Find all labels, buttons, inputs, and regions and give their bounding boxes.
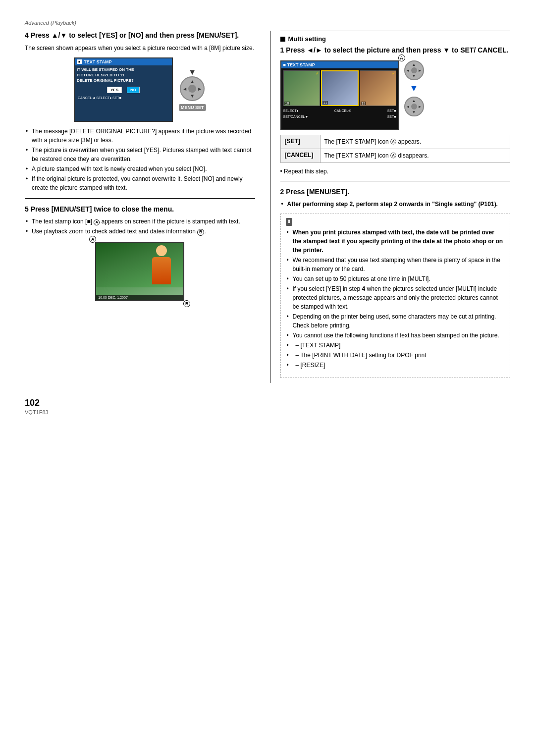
dpad-up: ▲ [190, 79, 195, 84]
step4-bullet-1: The message [DELETE ORIGINAL PICTURE?] a… [25, 127, 255, 145]
dpad: ▲ ▼ ◄ ► [180, 76, 205, 101]
multi-screen-pos: A ■ TEXT STAMP 10 ✓ [280, 60, 399, 130]
step2-section: 2 Press [MENU/SET]. After performing ste… [280, 187, 511, 209]
multi-cancel-label: CANCEL⑤ [334, 109, 351, 113]
page-footer: 102 VQT1F83 [25, 398, 510, 415]
set-key: [SET] [280, 135, 320, 149]
step1-num: 1 [280, 46, 284, 54]
dpad-down: ▼ [190, 93, 195, 99]
circle-a-icon: A [94, 219, 100, 225]
step5-bullet-list: The text stamp icon [■] A appears on scr… [25, 217, 255, 236]
note-bullet-9: – [RESIZE] [286, 361, 505, 370]
mini-photo-1: 10 ✓ [283, 70, 320, 106]
step5-bullet-1: The text stamp icon [■] A appears on scr… [25, 217, 255, 226]
step4-screen-container: ■ TEXT STAMP IT WILL BE STAMPED ON THE P… [25, 57, 255, 122]
step4-bullet-4: If the original picture is protected, yo… [25, 174, 255, 192]
note-bullet-3: You can set up to 50 pictures at one tim… [286, 274, 505, 283]
step4-bullet-list: The message [DELETE ORIGINAL PICTURE?] a… [25, 127, 255, 192]
note-bullets: When you print pictures stamped with tex… [286, 228, 505, 370]
multi-screen-title: ■ TEXT STAMP [283, 62, 315, 67]
sdpad2-right: ► [418, 104, 422, 108]
photo-bg [96, 243, 183, 287]
step1-heading: 1 Press ◄/► to select the picture and th… [280, 46, 511, 55]
person-figure [152, 245, 171, 284]
step2-num: 2 [280, 188, 284, 196]
mini-photo-check-1: ✓ [316, 71, 319, 76]
note-icon-row: ﾛ [286, 218, 505, 226]
sdpad2-down: ▼ [412, 110, 416, 114]
small-dpad-top: ▲ ▼ ◄ ► [404, 60, 424, 80]
screen-top-label: TEXT STAMP [84, 59, 111, 64]
sdpad-up: ▲ [412, 62, 416, 67]
divider1 [25, 198, 255, 199]
note-bullet-6: You cannot use the following functions i… [286, 331, 505, 340]
multi-screen-top: ■ TEXT STAMP [281, 61, 398, 68]
step5-photo: ■ 1/6 100-0001 10:00 DEC. 1 [95, 242, 184, 301]
screen-content-text: IT WILL BE STAMPED ON THE PICTURE RESIZE… [75, 65, 172, 85]
sdpad2-left: ◄ [406, 104, 410, 108]
multi-set-label: SET■ [387, 109, 396, 113]
btn-no: NO [127, 87, 140, 93]
multi-screen-bottom1: SELECT♦ CANCEL⑤ SET■ [281, 108, 398, 114]
note-bullet-8: – The [PRINT WITH DATE] setting for DPOF… [286, 351, 505, 360]
person-body [152, 257, 171, 284]
menu-set-btn: MENU SET [179, 104, 206, 111]
multi-dpad-container: ▲ ▼ ◄ ► ▼ ▲ ▼ ◄ ► [404, 60, 424, 116]
cancel-key: [CANCEL] [280, 149, 320, 162]
screen-top-bar: ■ TEXT STAMP [75, 58, 172, 65]
step4-screen: ■ TEXT STAMP IT WILL BE STAMPED ON THE P… [74, 57, 173, 122]
multi-screen-bottom2: SET/CANCEL▼ SET■ [281, 114, 398, 119]
two-col-layout: 4 Press ▲/▼ to select [YES] or [NO] and … [25, 31, 510, 383]
repeat-note: • Repeat this step. [280, 168, 511, 175]
mini-photo-check-3: ✓ [392, 71, 395, 76]
circle-b-icon: B [197, 229, 204, 236]
multi-screen-photos: 10 ✓ 11 12 ✓ [281, 68, 398, 108]
dpad-right: ► [197, 86, 202, 91]
multi-screen-wrap: A ■ TEXT STAMP 10 ✓ [280, 60, 399, 130]
note-bullet-5: Depending on the printer being used, som… [286, 312, 505, 330]
multi-setting-header: Multi setting [280, 31, 511, 43]
step2-bullet-1: After performing step 2, perform step 2 … [280, 200, 511, 209]
photo-label-b: B [183, 300, 190, 307]
cancel-value: The [TEXT STAMP] icon Ⓐ disappears. [320, 149, 510, 162]
page-number: 102 [25, 398, 510, 408]
table-row-set: [SET] The [TEXT STAMP] icon Ⓐ appears. [280, 135, 510, 149]
step2-heading: 2 Press [MENU/SET]. [280, 187, 511, 197]
info-table: [SET] The [TEXT STAMP] icon Ⓐ appears. [… [280, 135, 511, 163]
mini-photo-num-3: 12 [361, 102, 367, 105]
step4-body: The screen shown appears when you select… [25, 44, 255, 53]
multi-setcancel-label: SET/CANCEL▼ [283, 115, 309, 118]
step4-bullet-2: The picture is overwritten when you sele… [25, 146, 255, 163]
photo-date: 10:00 DEC. 1.2007 [98, 296, 128, 299]
breadcrumb: Advanced (Playback) [25, 20, 510, 26]
btn-yes: YES [107, 87, 122, 93]
black-square-icon [280, 37, 285, 42]
sdpad-down: ▼ [412, 74, 416, 78]
mini-photo-3: 12 ✓ [360, 70, 396, 106]
mini-photo-num-2: 11 [322, 101, 328, 105]
model-number: VQT1F83 [25, 409, 510, 415]
step4-dpad-container: ▼ ▲ ▼ ◄ ► MENU SET [179, 68, 206, 111]
page-container: Advanced (Playback) 4 Press ▲/▼ to selec… [25, 20, 510, 415]
multi-down-arrow: ▼ [410, 83, 419, 94]
step4-bullet-3: A picture stamped with text is newly cre… [25, 164, 255, 173]
multi-screen-container: A ■ TEXT STAMP 10 ✓ [280, 60, 511, 130]
screen-bottom-label: CANCEL◄ SELECT♦ SET■ [78, 96, 121, 100]
sdpad2-center [411, 104, 417, 109]
set-value: The [TEXT STAMP] icon Ⓐ appears. [320, 135, 510, 149]
multi-screen: ■ TEXT STAMP 10 ✓ 11 [280, 60, 399, 130]
screen-bottom-row: CANCEL◄ SELECT♦ SET■ [75, 95, 172, 101]
down-arrow: ▼ [188, 68, 196, 76]
small-dpad-bottom: ▲ ▼ ◄ ► [404, 97, 424, 116]
mini-photo-num-1: 10 [284, 102, 290, 105]
multi-setting-title: Multi setting [288, 35, 326, 43]
note-bullet-7: – [TEXT STAMP] [286, 341, 505, 350]
sdpad-left: ◄ [406, 68, 410, 72]
note-bullet-4: If you select [YES] in step 4 when the p… [286, 284, 505, 311]
mini-photo-2: 11 [321, 70, 359, 106]
table-row-cancel: [CANCEL] The [TEXT STAMP] icon Ⓐ disappe… [280, 149, 510, 162]
sdpad-center [411, 67, 417, 73]
note-box: ﾛ When you print pictures stamped with t… [280, 214, 511, 378]
multi-set2-label: SET■ [387, 115, 396, 118]
photo-bottom-bar: 10:00 DEC. 1.2007 [96, 295, 183, 300]
